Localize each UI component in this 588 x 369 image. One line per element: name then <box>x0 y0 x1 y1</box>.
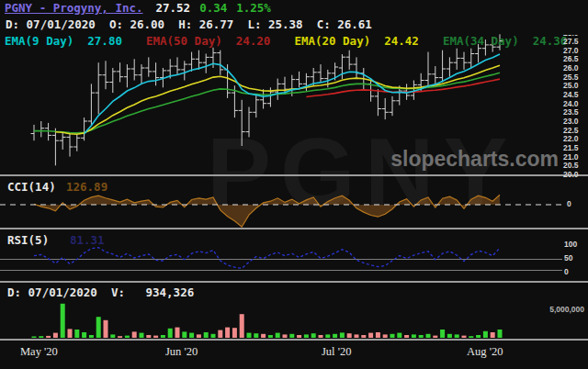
x-axis-label: Jun '20 <box>165 345 198 359</box>
cci-value: 126.89 <box>66 181 107 194</box>
ema-legend-item: EMA(50 Day) 24.20 <box>146 35 270 48</box>
slopecharts-watermark: slopecharts.com <box>390 147 559 172</box>
x-axis-label: Aug '20 <box>467 345 503 359</box>
ema-legend-item: EMA(9 Day) 27.80 <box>5 35 122 48</box>
rsi-panel-label: RSI(5) <box>7 234 49 247</box>
volume-axis-tick: 5,000,000 <box>524 306 584 314</box>
rsi-axis: 100500 <box>563 0 587 285</box>
rsi-axis-tick: 0 <box>564 268 569 276</box>
volume-readout: D: 07/01/2020 V: 934,326 <box>7 286 194 299</box>
volume-bars <box>32 304 503 338</box>
ema-lines <box>34 54 500 134</box>
price-change: 0.34 <box>199 1 227 15</box>
quote-header: PGNY - Progyny, Inc.27.520.341.25% <box>5 2 271 15</box>
ema-legend-item: EMA(34 Day) 24.36 <box>443 35 567 48</box>
ema-legend: EMA(9 Day) 27.80EMA(50 Day) 24.20EMA(20 … <box>5 35 567 48</box>
ticker-link[interactable]: PGNY - Progyny, Inc. <box>5 1 143 15</box>
ema-legend-item: EMA(20 Day) 24.42 <box>294 35 418 48</box>
price-change-percent: 1.25% <box>236 1 271 15</box>
rsi-axis-tick: 50 <box>564 254 572 263</box>
rsi-value: 81.31 <box>70 234 105 247</box>
x-axis: May '20Jun '20Jul '20Aug '20 <box>0 345 588 363</box>
cci-plot <box>0 195 562 227</box>
candlesticks <box>31 34 503 165</box>
ohlc-readout: D: 07/01/2020 O: 26.00 H: 26.77 L: 25.38… <box>6 18 372 31</box>
x-axis-label: Jul '20 <box>322 345 351 359</box>
cci-panel-label: CCI(14) <box>7 181 56 194</box>
slopecharts-window: PGNY PGNY - Progyny, Inc.27.520.341.25% … <box>0 0 588 369</box>
last-price: 27.52 <box>156 1 191 15</box>
rsi-axis-tick: 100 <box>564 240 577 249</box>
x-axis-label: May '20 <box>20 345 58 359</box>
rsi-plot <box>0 248 562 271</box>
